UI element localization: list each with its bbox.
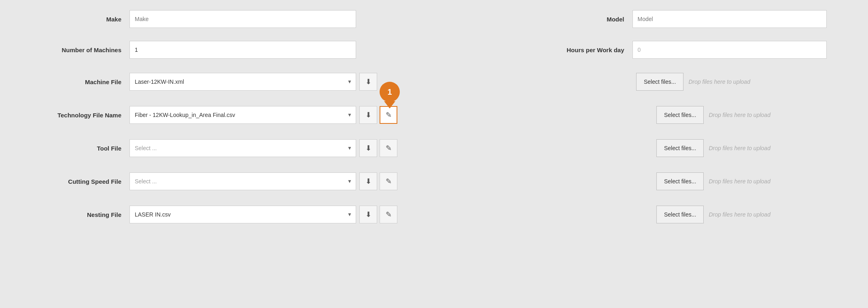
nesting-file-edit-icon: ✎ bbox=[386, 210, 392, 219]
cutting-speed-select[interactable]: Select ... bbox=[129, 172, 356, 190]
machine-file-select-wrapper: Laser-12KW-IN.xml ▼ bbox=[129, 73, 356, 91]
tool-file-actions: ⬇ ✎ bbox=[359, 139, 397, 157]
tool-file-control: Select ... ▼ ⬇ ✎ bbox=[129, 139, 397, 157]
tool-file-download-btn[interactable]: ⬇ bbox=[359, 139, 377, 157]
nesting-file-upload-control: Select files... Drop files here to uploa… bbox=[656, 206, 852, 223]
tool-file-upload-control: Select files... Drop files here to uploa… bbox=[656, 139, 852, 157]
cutting-speed-upload-area: Select files... Drop files here to uploa… bbox=[656, 172, 852, 190]
make-label: Make bbox=[16, 16, 129, 23]
tech-file-actions: ⬇ 1 ✎ bbox=[359, 106, 397, 124]
tool-file-download-icon: ⬇ bbox=[365, 144, 371, 153]
model-control bbox=[632, 10, 852, 28]
tech-file-upload-control: Select files... Drop files here to uploa… bbox=[656, 106, 852, 124]
nesting-file-drop-zone: Drop files here to upload bbox=[709, 211, 770, 218]
machine-file-upload-control: Select files... Drop files here to uploa… bbox=[636, 73, 852, 91]
hours-control bbox=[632, 41, 852, 59]
tool-file-select-files-btn[interactable]: Select files... bbox=[656, 139, 704, 157]
tech-file-edit-icon: ✎ bbox=[386, 110, 392, 119]
cutting-speed-drop-zone: Drop files here to upload bbox=[709, 178, 770, 185]
nesting-file-upload-area: Select files... Drop files here to uploa… bbox=[656, 206, 852, 223]
nesting-file-actions: ⬇ ✎ bbox=[359, 206, 397, 223]
num-machines-label: Number of Machines bbox=[16, 47, 129, 53]
nesting-file-control: LASER IN.csv ▼ ⬇ ✎ bbox=[129, 206, 397, 223]
tool-file-upload-area: Select files... Drop files here to uploa… bbox=[656, 139, 852, 157]
machine-file-label: Machine File bbox=[16, 79, 129, 85]
tool-file-label: Tool File bbox=[16, 145, 129, 152]
cutting-speed-edit-icon: ✎ bbox=[386, 177, 392, 186]
tech-file-download-btn[interactable]: ⬇ bbox=[359, 106, 377, 124]
nesting-file-select[interactable]: LASER IN.csv bbox=[129, 206, 356, 223]
tech-file-control: Fiber - 12KW-Lookup_in_Area Final.csv ▼ … bbox=[129, 106, 397, 124]
tech-file-download-icon: ⬇ bbox=[365, 110, 371, 119]
tool-file-edit-btn[interactable]: ✎ bbox=[380, 139, 397, 157]
tech-file-select[interactable]: Fiber - 12KW-Lookup_in_Area Final.csv bbox=[129, 106, 356, 124]
machine-file-download-btn[interactable]: ⬇ bbox=[359, 73, 377, 91]
nesting-file-label: Nesting File bbox=[16, 211, 129, 218]
nesting-file-edit-btn[interactable]: ✎ bbox=[380, 206, 397, 223]
cutting-speed-control: Select ... ▼ ⬇ ✎ bbox=[129, 172, 397, 190]
tooltip-badge: 1 bbox=[380, 82, 400, 102]
machine-file-select-files-btn[interactable]: Select files... bbox=[636, 73, 683, 91]
tech-file-label: Technology File Name bbox=[16, 112, 129, 119]
nesting-file-select-wrapper: LASER IN.csv ▼ bbox=[129, 206, 356, 223]
tool-file-select[interactable]: Select ... bbox=[129, 139, 356, 157]
tech-file-select-files-btn[interactable]: Select files... bbox=[656, 106, 704, 124]
machine-file-control: Laser-12KW-IN.xml ▼ ⬇ bbox=[129, 73, 377, 91]
cutting-speed-download-btn[interactable]: ⬇ bbox=[359, 172, 377, 190]
cutting-speed-select-files-btn[interactable]: Select files... bbox=[656, 172, 704, 190]
machine-file-download-icon: ⬇ bbox=[365, 77, 371, 86]
machine-file-drop-zone: Drop files here to upload bbox=[688, 79, 750, 85]
cutting-speed-label: Cutting Speed File bbox=[16, 178, 129, 185]
num-machines-control bbox=[129, 41, 374, 59]
machine-file-actions: ⬇ bbox=[359, 73, 377, 91]
make-control bbox=[129, 10, 374, 28]
cutting-speed-upload-control: Select files... Drop files here to uploa… bbox=[656, 172, 852, 190]
cutting-speed-download-icon: ⬇ bbox=[365, 177, 371, 186]
tool-file-select-wrapper: Select ... ▼ bbox=[129, 139, 356, 157]
tool-file-drop-zone: Drop files here to upload bbox=[709, 145, 770, 151]
nesting-file-download-icon: ⬇ bbox=[365, 210, 371, 219]
machine-file-select[interactable]: Laser-12KW-IN.xml bbox=[129, 73, 356, 91]
page-container: Make Model Number of Machines Hou bbox=[0, 0, 868, 308]
make-input[interactable] bbox=[129, 10, 356, 28]
machine-file-upload-area: Select files... Drop files here to uploa… bbox=[636, 73, 852, 91]
cutting-speed-actions: ⬇ ✎ bbox=[359, 172, 397, 190]
hours-label: Hours per Work day bbox=[495, 47, 632, 53]
tech-file-edit-btn[interactable]: ✎ bbox=[380, 106, 397, 124]
cutting-speed-edit-btn[interactable]: ✎ bbox=[380, 172, 397, 190]
model-input[interactable] bbox=[632, 10, 827, 28]
tech-file-select-wrapper: Fiber - 12KW-Lookup_in_Area Final.csv ▼ bbox=[129, 106, 356, 124]
nesting-file-select-files-btn[interactable]: Select files... bbox=[656, 206, 704, 223]
num-machines-input[interactable] bbox=[129, 41, 356, 59]
tool-file-edit-icon: ✎ bbox=[386, 144, 392, 153]
model-label: Model bbox=[495, 16, 632, 23]
tech-file-drop-zone: Drop files here to upload bbox=[709, 112, 770, 118]
nesting-file-download-btn[interactable]: ⬇ bbox=[359, 206, 377, 223]
tech-file-upload-area: Select files... Drop files here to uploa… bbox=[656, 106, 852, 124]
hours-input[interactable] bbox=[632, 41, 827, 59]
cutting-speed-select-wrapper: Select ... ▼ bbox=[129, 172, 356, 190]
model-upload-area bbox=[632, 10, 852, 28]
